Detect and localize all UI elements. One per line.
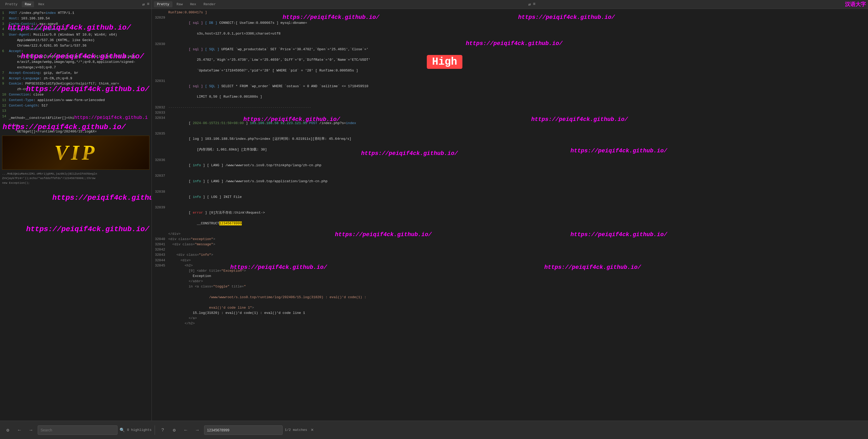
watermark-left-6: https://peiqif4ck.github.io/ — [26, 224, 149, 235]
left-panel: Pretty Raw Hex ⇄ ≡ https://peiqif4ck.git… — [0, 0, 152, 421]
code-line-10: 10 Connection: close — [2, 92, 149, 98]
menu-icon-left[interactable]: ≡ — [147, 2, 149, 7]
settings-icon-left[interactable]: ⚙ — [3, 426, 12, 435]
tab-pretty-right[interactable]: Pretty — [154, 1, 173, 7]
search-magnifier-icon: 🔍 — [120, 428, 125, 433]
wrap-icon-left[interactable]: ⇄ — [142, 2, 145, 7]
log-line-32039: 32039 [ error ] [0]方法不存在:think\Request->… — [152, 205, 868, 231]
back-icon-right[interactable]: ← — [181, 426, 190, 435]
find-input[interactable] — [204, 426, 283, 435]
code-line-14: 14 _method=__construct&filter[]=thihttps… — [2, 114, 149, 134]
code-line-6: 6 Accept: text/html,application/xhtml+xm… — [2, 49, 149, 70]
code-line-9: 9 Cookie: PHPSESSID=1d1fp3e4lcgmlcrhslpi… — [2, 81, 149, 92]
log-line-h2-close: </h2> — [152, 321, 868, 326]
log-line-in-a: in <a class="toggle" title=" /www/wwwroo… — [152, 284, 868, 311]
close-find-button[interactable]: × — [309, 427, 315, 433]
log-line-32036: 32036 [ info ] [ LANG ] /www/wwwroot/s.i… — [152, 157, 868, 173]
back-icon-left[interactable]: ← — [14, 426, 24, 435]
log-line-exception: Exception — [152, 273, 868, 279]
log-line-32034: 32034 [ 2024-06-15T21:51:50+08:00 ] 103.… — [152, 115, 868, 131]
tab-raw-right[interactable]: Raw — [174, 1, 186, 7]
vip-text: VIP — [55, 136, 97, 169]
highlights-count: 0 highlights — [127, 428, 152, 432]
settings-icon-right[interactable]: ⚙ — [169, 426, 179, 435]
bottom-right-controls: ? ⚙ ← → 1/2 matches × — [158, 426, 865, 435]
tab-raw-left[interactable]: Raw — [22, 1, 34, 7]
code-line-13: 13 — [2, 108, 149, 114]
code-line-12: 12 Content-Length: 517 — [2, 103, 149, 109]
code-line-3: 3 Cache-Control: max-age=0 — [2, 22, 149, 27]
code-line-7: 7 Accept-Encoding: gzip, deflate, br — [2, 70, 149, 76]
log-line-32029: 32029 [ sql ] [ DB ] CONNECT:[ UseTime:0… — [152, 15, 868, 41]
left-content: https://peiqif4ck.github.io/ https://pei… — [0, 9, 152, 421]
log-line-32040: 32040 <div class="exception"> — [152, 237, 868, 242]
wrap-icon-right[interactable]: ⇄ — [528, 2, 531, 7]
log-line-32030: 32030 [ sql ] [ SQL ] UPDATE `wp_product… — [152, 41, 868, 79]
log-line-32045: 32045 <h2> — [152, 263, 868, 268]
code-line-5: 5 User-Agent: Mozilla/5.0 (Windows NT 10… — [2, 32, 149, 49]
log-line-32042: 32042 — [152, 247, 868, 252]
code-line-2: 2 Host: 103.106.189.54 — [2, 16, 149, 22]
watermark-left-5: https://peiqif4ck.github.io/ — [52, 192, 152, 204]
log-line-abbr: [0] <abbr title="Exception"> — [152, 268, 868, 273]
log-line-a-close: </a> — [152, 316, 868, 321]
tab-hex-right[interactable]: Hex — [187, 1, 199, 7]
menu-icon-right[interactable]: ≡ — [533, 2, 536, 7]
right-panel: Pretty Raw Hex Render ⇄ ≡ 汉语大字 https://p… — [152, 0, 868, 421]
tab-render-right[interactable]: Render — [200, 1, 219, 7]
log-line-32031: 32031 [ sql ] [ SQL ] SELECT * FROM `wp_… — [152, 79, 868, 105]
vip-banner: VIP — [2, 136, 149, 170]
log-line-32038: 32038 [ info ] [ LOG ] INIT File — [152, 189, 868, 205]
search-input[interactable] — [38, 426, 118, 435]
log-line-runtime: RunTime:0.000417s ] — [152, 10, 868, 15]
code-line-4: 4 Upgrade-Insecure-Requests: 1 — [2, 27, 149, 32]
log-line-logpath: 15.log(31820) : eval()'d code(1) : eval(… — [152, 311, 868, 316]
bottom-bar: ⚙ ← → 🔍 0 highlights ? ⚙ ← → 1/2 matches… — [0, 421, 868, 439]
log-line-abbr-close: </abbr> — [152, 279, 868, 284]
code-line-11: 11 Content-Type: application/x-www-form-… — [2, 98, 149, 103]
log-closediv: </div> — [152, 231, 868, 237]
forward-icon-left[interactable]: → — [26, 426, 36, 435]
right-tab-bar: Pretty Raw Hex Render ⇄ ≡ 汉语大字 — [152, 0, 868, 9]
tab-hex-left[interactable]: Hex — [35, 1, 48, 7]
log-line-32043: 32043 <div class="info"> — [152, 252, 868, 258]
log-line-32044: 32044 <div> — [152, 258, 868, 263]
tab-pretty-left[interactable]: Pretty — [2, 1, 21, 7]
left-tab-bar: Pretty Raw Hex ⇄ ≡ — [0, 0, 152, 9]
log-line-32035: 32035 [ log ] 103.106.188.58/index.php?s… — [152, 131, 868, 157]
payload-line: ...MnBJQm1uMa4oJZM1.oMkr1jgkMU,jaz0kIyjB… — [2, 171, 149, 187]
bottom-left-controls: ⚙ ← → 🔍 0 highlights — [3, 426, 155, 435]
forward-icon-right[interactable]: → — [193, 426, 202, 435]
top-right-logo: 汉语大字 — [845, 1, 866, 8]
log-line-divider: 32032 ----------------------------------… — [152, 105, 868, 110]
match-count: 1/2 matches — [285, 428, 307, 432]
right-content: https://peiqif4ck.github.io/ https://pei… — [152, 9, 868, 421]
help-icon-right[interactable]: ? — [158, 426, 167, 435]
log-line-32037: 32037 [ info ] [ LANG ] /www/wwwroot/s.i… — [152, 173, 868, 189]
log-line-32033: 32033 — [152, 110, 868, 115]
log-line-32041: 32041 <div class="message"> — [152, 242, 868, 247]
code-line-1: 1 POST /index.php?s=index HTTP/1.1 — [2, 10, 149, 16]
code-line-8: 8 Accept-Language: zh-CN,zh;q=0.9 — [2, 76, 149, 81]
